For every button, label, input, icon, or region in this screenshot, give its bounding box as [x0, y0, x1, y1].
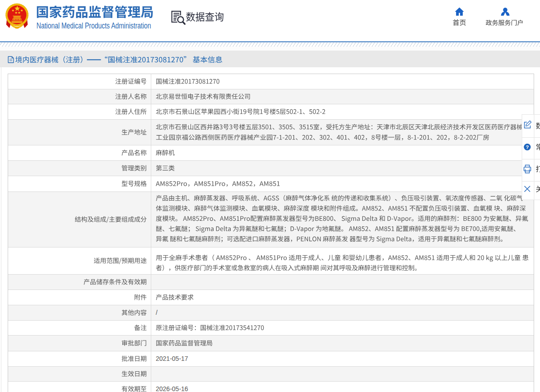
svg-text:2026-05-16: 2026-05-16	[156, 385, 188, 392]
svg-text:/: /	[156, 309, 158, 316]
svg-text:?: ?	[526, 145, 529, 150]
svg-text:National Medical Products Admi: National Medical Products Administration	[37, 21, 151, 30]
svg-text:2021-05-17: 2021-05-17	[156, 355, 188, 362]
